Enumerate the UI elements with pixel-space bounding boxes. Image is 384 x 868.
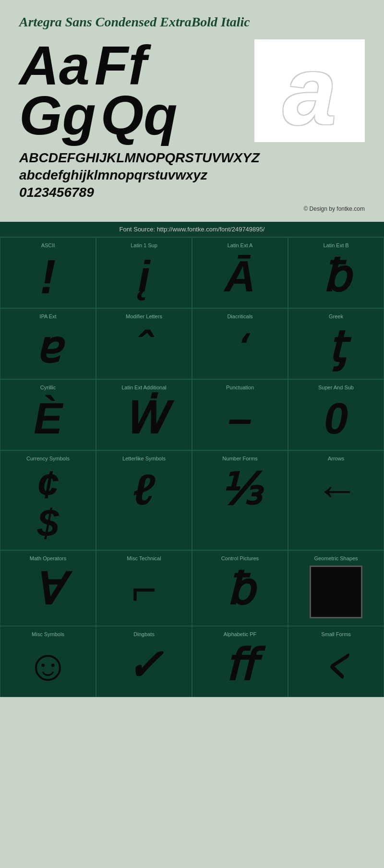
glyph-category: IPA Ext [39,313,56,321]
numbers: 0123456789 [19,184,365,201]
glyph-category: Currency Symbols [26,456,70,463]
glyph-category: ASCII [41,242,55,250]
alphabet-lower: abcdefghijklmnopqrstuvwxyz [19,167,365,184]
glyph-cell-currency: Currency Symbols ¢$ [0,450,96,550]
glyph-category: Misc Symbols [32,631,64,639]
glyph-category: Math Operators [30,555,66,563]
glyph-char: ﬀ [225,641,255,689]
glyph-category: Geometric Shapes [314,555,358,563]
glyph-char: ﹤ [314,641,358,689]
glyph-char: ƀ [323,253,350,301]
glyph-category: Number Forms [222,456,257,463]
top-section: Artegra Sans Condensed ExtraBold Italic … [0,0,384,222]
glyph-category: Latin 1 Sup [131,242,157,250]
glyph-category: Latin Ext A [228,242,253,250]
glyph-char: ʻ [235,324,245,372]
alphabet-upper: ABCDEFGHIJKLMNOPQRSTUVWXYZ [19,149,365,167]
glyph-cell-latin1: Latin 1 Sup į [96,237,192,308]
glyph-category: Latin Ext B [323,242,348,250]
glyph-char: 0 [324,395,348,443]
glyph-cell-misc-tech: Misc Technical ⌐ [96,550,192,626]
glyph-char: ✓ [126,641,162,689]
glyph-cell-ipa: IPA Ext ɐ [0,308,96,379]
glyph-category: Modifier Letters [126,313,162,321]
glyph-cell-modifier: Modifier Letters ˆ [96,308,192,379]
glyph-qq: Qq [101,89,178,142]
glyph-cell-superscript: Super And Sub 0 [288,379,384,450]
glyphs-grid: ASCII ! Latin 1 Sup į Latin Ext A Ā Lati… [0,237,384,697]
glyph-gg: Gg [19,89,96,142]
font-title: Artegra Sans Condensed ExtraBold Italic [19,14,365,30]
font-source: Font Source: http://www.fontke.com/font/… [0,222,384,237]
glyph-char: Ẇ [123,395,166,443]
glyph-cell-dingbats: Dingbats ✓ [96,626,192,697]
glyph-char: ƀ [227,566,254,614]
glyph-char: ˆ [137,324,151,372]
glyph-char: ¢$ [37,466,59,542]
glyph-category: Greek [329,313,343,321]
glyph-category: Control Pictures [221,555,259,563]
glyph-char: ← [314,466,358,514]
glyph-cell-control: Control Pictures ƀ [192,550,288,626]
glyph-cell-latin-ext-add: Latin Ext Additional Ẇ [96,379,192,450]
copyright: © Design by fontke.com [19,205,365,212]
glyph-category: Arrows [328,456,344,463]
dark-section: Font Source: http://www.fontke.com/font/… [0,222,384,697]
glyph-char: ⌐ [132,566,157,614]
glyph-char: ƫ [328,324,345,372]
glyph-char: – [228,395,252,443]
glyph-cell-ascii: ASCII ! [0,237,96,308]
glyph-char: Ā [225,253,256,301]
glyph-a-white: a [283,43,336,139]
glyph-cell-small-forms: Small Forms ﹤ [288,626,384,697]
glyph-char: ⅓ [219,466,261,514]
glyph-cell-cyrillic: Cyrillic È [0,379,96,450]
glyph-category: Latin Ext Additional [121,385,167,392]
glyph-cell-latin-ext-b: Latin Ext B ƀ [288,237,384,308]
glyph-char: ɐ [35,324,61,372]
glyph-category: Super And Sub [318,385,354,392]
glyph-cell-latin-ext-a: Latin Ext A Ā [192,237,288,308]
alphabet-section: ABCDEFGHIJKLMNOPQRSTUVWXYZ abcdefghijklm… [19,149,365,202]
glyph-cell-letterlike: Letterlike Symbols ℓ [96,450,192,550]
glyph-char: į [138,253,150,301]
glyph-char [310,566,362,618]
glyph-char: ! [40,253,56,301]
glyph-category: Misc Technical [127,555,161,563]
glyph-cell-alphabetic: Alphabetic PF ﬀ [192,626,288,697]
glyph-char: ∀ [33,566,63,614]
glyph-category: Cyrillic [40,385,56,392]
glyph-char: ℓ [133,466,155,514]
glyph-category: Punctuation [226,385,254,392]
glyph-category: Diacriticals [227,313,252,321]
glyph-aa: Aa [19,39,90,92]
glyph-category: Letterlike Symbols [122,456,166,463]
white-glyph-box: a [254,39,365,142]
glyph-ff: Ff [95,39,147,92]
glyph-cell-punctuation: Punctuation – [192,379,288,450]
glyph-cell-misc-symbols: Misc Symbols ☺ [0,626,96,697]
glyph-cell-greek: Greek ƫ [288,308,384,379]
glyph-cell-arrows: Arrows ← [288,450,384,550]
glyph-char: È [34,395,62,443]
glyph-cell-number-forms: Number Forms ⅓ [192,450,288,550]
glyph-cell-geometric: Geometric Shapes [288,550,384,626]
glyph-cell-math: Math Operators ∀ [0,550,96,626]
glyph-category: Alphabetic PF [224,631,256,639]
glyph-category: Small Forms [321,631,351,639]
glyph-category: Dingbats [133,631,154,639]
glyph-char: ☺ [26,641,70,689]
glyph-cell-diacriticals: Diacriticals ʻ [192,308,288,379]
